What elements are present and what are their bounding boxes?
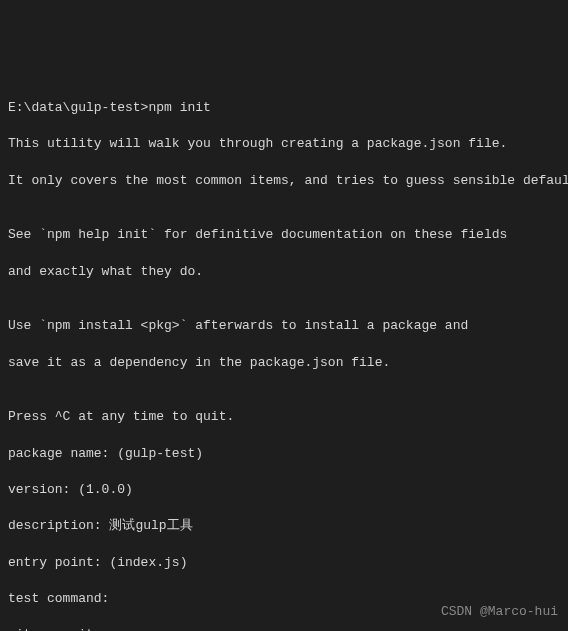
- intro-line-0: This utility will walk you through creat…: [8, 135, 560, 153]
- question-description: description: 测试gulp工具: [8, 517, 560, 535]
- watermark-text: CSDN @Marco-hui: [441, 603, 558, 621]
- question-entry-point: entry point: (index.js): [8, 554, 560, 572]
- intro-line-6: Use `npm install <pkg>` afterwards to in…: [8, 317, 560, 335]
- question-version: version: (1.0.0): [8, 481, 560, 499]
- intro-line-1: It only covers the most common items, an…: [8, 172, 560, 190]
- question-git-repository: git repository:: [8, 626, 560, 631]
- intro-line-9: Press ^C at any time to quit.: [8, 408, 560, 426]
- intro-line-7: save it as a dependency in the package.j…: [8, 354, 560, 372]
- intro-line-4: and exactly what they do.: [8, 263, 560, 281]
- intro-line-3: See `npm help init` for definitive docum…: [8, 226, 560, 244]
- prompt-line: E:\data\gulp-test>npm init: [8, 99, 560, 117]
- terminal-output[interactable]: E:\data\gulp-test>npm init This utility …: [8, 81, 560, 631]
- question-package-name: package name: (gulp-test): [8, 445, 560, 463]
